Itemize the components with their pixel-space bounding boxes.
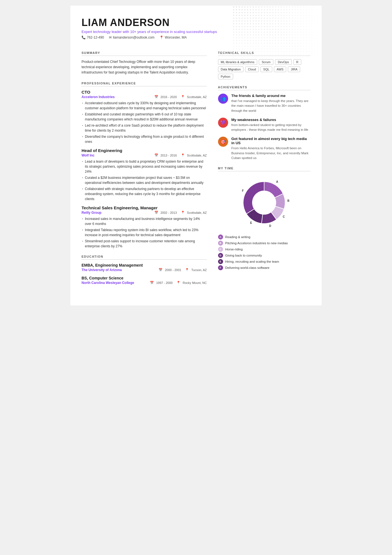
calendar-icon: 📅 bbox=[154, 211, 158, 214]
legend-label: Hiring, recruiting and scaling the team bbox=[225, 260, 279, 263]
legend-item: F Delivering world-class software bbox=[218, 265, 311, 270]
achievement-item: 💜 My weaknesses & failures from bottom-r… bbox=[218, 118, 311, 132]
donut-label-E: E bbox=[250, 221, 252, 224]
bullet-list: Increased sales in manufacturing and bus… bbox=[82, 216, 207, 249]
bullet-item: Increased sales in manufacturing and bus… bbox=[82, 216, 207, 226]
job-item: Technical Sales Engineering, Manager Rei… bbox=[82, 205, 207, 249]
job-title: Technical Sales Engineering, Manager bbox=[82, 205, 207, 210]
summary-text: Product-orientated Chief Technology Offi… bbox=[82, 59, 207, 75]
edu-meta: The University of Arizona 📅 2000 - 2001 … bbox=[82, 268, 207, 272]
edu-institution: The University of Arizona bbox=[82, 268, 122, 272]
bullet-item: Led re-architect effort of a core SaaS p… bbox=[82, 123, 207, 133]
legend-label: Horse-riding bbox=[225, 248, 243, 251]
skills-section-title: TECHNICAL SKILLS bbox=[218, 51, 311, 56]
email-icon: ✉ bbox=[109, 35, 112, 39]
achievement-icon: 💜 bbox=[218, 118, 228, 128]
location-contact: 📍 Worcester, MA bbox=[159, 35, 187, 39]
job-dates-loc: 📅 2016 - 2020 📍 Scottsdale, AZ bbox=[154, 95, 207, 99]
location-icon: 📍 bbox=[181, 95, 185, 99]
edu-item: EMBA, Engineering Management The Univers… bbox=[82, 263, 207, 272]
bullet-item: Streamlined post-sales support to increa… bbox=[82, 239, 207, 249]
location-icon: 📍 bbox=[181, 153, 185, 157]
achievement-icon: 👥 bbox=[218, 94, 228, 104]
achievement-desc: that I've managed to keep through the ye… bbox=[231, 99, 311, 113]
achievement-desc: from bottom-ranked student to getting re… bbox=[231, 123, 311, 132]
achievement-title: Got featured in almost every big tech me… bbox=[231, 137, 311, 145]
skills-grid: ML libraries & algorithmsScrumDevOpsRDat… bbox=[218, 59, 311, 79]
job-meta: Reilly Group 📅 2002 - 2013 📍 Scottsdale,… bbox=[82, 211, 207, 215]
donut-label-D: D bbox=[269, 224, 271, 227]
legend-label: Pitching Acceloron industries to new med… bbox=[225, 241, 288, 245]
achievement-item: 🎯 Got featured in almost every big tech … bbox=[218, 137, 311, 160]
achievement-title: The friends & family around me bbox=[231, 94, 311, 98]
edu-dates-loc: 📅 2000 - 2001 📍 Tucson, AZ bbox=[159, 268, 207, 272]
donut-chart: ABCDEF bbox=[236, 175, 292, 231]
job-meta: Acceleron Industries 📅 2016 - 2020 📍 Sco… bbox=[82, 95, 207, 99]
edu-degree: EMBA, Engineering Management bbox=[82, 263, 207, 267]
achievement-body: My weaknesses & failures from bottom-ran… bbox=[231, 118, 311, 132]
mytime-container: ABCDEF A Reading & writing B Pitching Ac… bbox=[218, 175, 311, 271]
job-title: CTO bbox=[82, 90, 207, 94]
email-contact: ✉ liamanderson@outlook.com bbox=[109, 35, 154, 39]
edu-degree: BS, Computer Science bbox=[82, 276, 207, 280]
job-dates-loc: 📅 2013 - 2016 📍 Scottsdale, AZ bbox=[154, 153, 207, 157]
skill-tag: AWS bbox=[274, 67, 286, 72]
donut-svg: ABCDEF bbox=[236, 175, 292, 231]
legend-badge: C bbox=[218, 247, 223, 252]
bullet-item: Accelerated outbound sales cycle by 330%… bbox=[82, 101, 207, 111]
legend-item: A Reading & writing bbox=[218, 234, 311, 239]
legend-label: Delivering world-class software bbox=[225, 266, 270, 269]
bullet-item: Curated a $2M business implementation pr… bbox=[82, 175, 207, 185]
company-name: Acceleron Industries bbox=[82, 95, 115, 99]
location-icon: 📍 bbox=[185, 268, 189, 272]
bullet-list: Lead a team of developers to build a pro… bbox=[82, 159, 207, 201]
resume-container: LIAM ANDERSON Expert technology leader w… bbox=[70, 6, 322, 305]
phone-icon: 📞 bbox=[82, 35, 86, 39]
bullet-item: Collaborated with strategic manufacturin… bbox=[82, 186, 207, 201]
job-item: Head of Engineering Wolf Inc 📅 2013 - 20… bbox=[82, 148, 207, 201]
bullet-item: Integrated Tableau reporting system into… bbox=[82, 227, 207, 238]
company-name: Wolf Inc bbox=[82, 153, 94, 157]
job-title: Head of Engineering bbox=[82, 148, 207, 153]
skill-tag: Python bbox=[218, 74, 233, 79]
calendar-icon: 📅 bbox=[159, 268, 162, 272]
candidate-tagline: Expert technology leader with 10+ years … bbox=[82, 30, 310, 34]
contact-line: 📞 762-12-490 ✉ liamanderson@outlook.com … bbox=[82, 35, 310, 39]
skill-tag: Cloud bbox=[245, 67, 259, 72]
skill-tag: DevOps bbox=[275, 59, 292, 65]
calendar-icon: 📅 bbox=[150, 281, 154, 284]
header-section: LIAM ANDERSON Expert technology leader w… bbox=[82, 17, 310, 39]
mytime-section-title: MY TIME bbox=[218, 167, 311, 171]
donut-label-C: C bbox=[283, 215, 285, 218]
education-section-title: EDUCATION bbox=[82, 255, 207, 260]
candidate-name: LIAM ANDERSON bbox=[82, 17, 310, 29]
achievement-desc: From Hello America to Forbes, Microsoft … bbox=[231, 146, 311, 160]
company-name: Reilly Group bbox=[82, 211, 101, 215]
right-column: TECHNICAL SKILLS ML libraries & algorith… bbox=[218, 45, 311, 289]
phone-contact: 📞 762-12-490 bbox=[82, 35, 104, 39]
bullet-list: Accelerated outbound sales cycle by 330%… bbox=[82, 101, 207, 144]
experience-section-title: PROFESSIONAL EXPERIENCE bbox=[82, 82, 207, 86]
edu-institution: North Carolina Wesleyan College bbox=[82, 281, 134, 285]
skill-tag: ML libraries & algorithms bbox=[218, 59, 257, 65]
job-dates-loc: 📅 2002 - 2013 📍 Scottsdale, AZ bbox=[154, 211, 207, 214]
location-icon: 📍 bbox=[176, 281, 180, 284]
achievement-title: My weaknesses & failures bbox=[231, 118, 311, 122]
achievements-section-title: ACHIEVEMENTS bbox=[218, 86, 311, 90]
main-layout: SUMMARY Product-orientated Chief Technol… bbox=[82, 45, 310, 289]
achievement-icon: 🎯 bbox=[218, 137, 228, 147]
skill-tag: Data Migration bbox=[218, 67, 244, 72]
achievement-body: The friends & family around me that I've… bbox=[231, 94, 311, 113]
bullet-item: Lead a team of developers to build a pro… bbox=[82, 159, 207, 174]
legend-label: Giving back to community bbox=[225, 254, 262, 257]
donut-label-B: B bbox=[287, 199, 289, 202]
donut-segment-F bbox=[243, 182, 264, 214]
legend-badge: A bbox=[218, 234, 223, 239]
edu-dates-loc: 📅 1997 - 2000 📍 Rocky Mount, NC bbox=[150, 281, 207, 284]
location-icon: 📍 bbox=[181, 211, 185, 214]
skill-tag: R bbox=[293, 59, 301, 65]
location-icon: 📍 bbox=[159, 35, 164, 39]
jobs-container: CTO Acceleron Industries 📅 2016 - 2020 📍… bbox=[82, 90, 207, 249]
legend-badge: F bbox=[218, 265, 223, 270]
achievement-body: Got featured in almost every big tech me… bbox=[231, 137, 311, 160]
